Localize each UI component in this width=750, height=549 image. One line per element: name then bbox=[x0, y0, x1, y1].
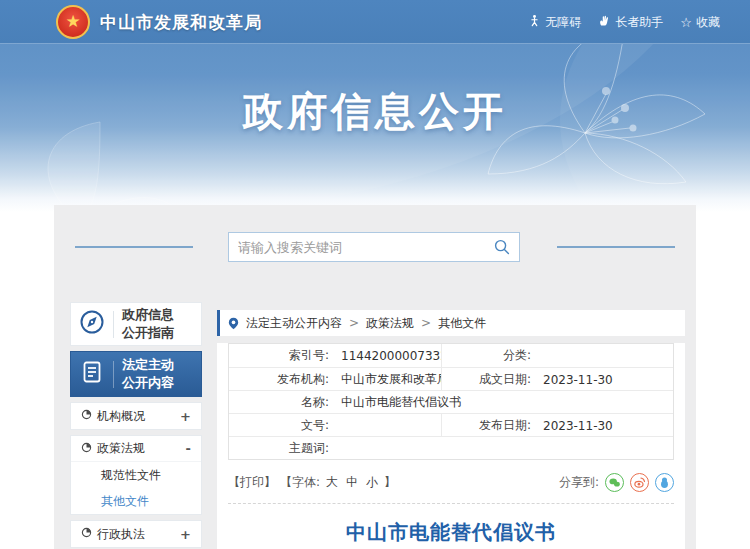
search-icon[interactable] bbox=[494, 239, 510, 255]
guide-label-line2: 公开指南 bbox=[122, 325, 174, 340]
expand-icon[interactable]: + bbox=[180, 409, 191, 424]
sidebar-item-organization[interactable]: 机构概况 + bbox=[71, 403, 201, 429]
font-size-large-button[interactable]: 大 bbox=[326, 474, 338, 491]
search-input[interactable] bbox=[238, 240, 494, 255]
elder-assist-label: 长者助手 bbox=[615, 14, 663, 31]
table-row: 索引号: 11442000007332657M/2023-00662 分类: bbox=[229, 344, 673, 367]
divider bbox=[113, 311, 114, 338]
bullet-icon bbox=[81, 442, 92, 456]
sidebar-item-policies[interactable]: 政策法规 - bbox=[71, 436, 201, 462]
national-emblem-icon: ★ bbox=[56, 5, 90, 39]
font-size-medium-button[interactable]: 中 bbox=[346, 474, 358, 491]
publisher-value: 中山市发展和改革局 bbox=[335, 371, 441, 388]
elder-assist-link[interactable]: 长者助手 bbox=[598, 14, 663, 31]
font-size-prefix: 【字体: bbox=[280, 474, 320, 491]
doc-number-label: 文号: bbox=[229, 417, 335, 434]
table-row: 名称: 中山市电能替代倡议书 bbox=[229, 390, 673, 413]
document-icon bbox=[79, 359, 105, 389]
sidebar-item-guide[interactable]: 政府信息 公开指南 bbox=[70, 302, 202, 346]
publisher-label: 发布机构: bbox=[229, 371, 335, 388]
name-label: 名称: bbox=[229, 394, 335, 411]
document-info-table: 索引号: 11442000007332657M/2023-00662 分类: 发… bbox=[228, 343, 674, 460]
sidebar-menu-organization: 机构概况 + bbox=[70, 402, 202, 430]
breadcrumb-item-statutory[interactable]: 法定主动公开内容 bbox=[246, 315, 342, 332]
category-label: 分类: bbox=[441, 344, 537, 367]
divider bbox=[113, 361, 114, 388]
keywords-label: 主题词: bbox=[229, 440, 335, 457]
breadcrumb-separator: > bbox=[421, 316, 431, 330]
compass-icon bbox=[79, 309, 105, 339]
sidebar-menu-enforcement: 行政执法 + bbox=[70, 520, 202, 548]
emblem-star: ★ bbox=[65, 13, 80, 30]
statutory-label-line1: 法定主动 bbox=[122, 357, 174, 372]
bullet-icon bbox=[81, 409, 92, 423]
search-decor-line-left bbox=[75, 246, 193, 248]
menu-label: 行政执法 bbox=[97, 526, 145, 543]
menu-label: 机构概况 bbox=[97, 408, 145, 425]
sidebar-guide-label: 政府信息 公开指南 bbox=[122, 306, 174, 341]
sidebar: 政府信息 公开指南 法定主动 公开内容 机构概况 + bbox=[70, 302, 202, 549]
article-title: 中山市电能替代倡议书 bbox=[228, 519, 674, 546]
name-value: 中山市电能替代倡议书 bbox=[335, 394, 673, 411]
table-row: 发布机构: 中山市发展和改革局 成文日期: 2023-11-30 bbox=[229, 367, 673, 390]
location-pin-icon bbox=[228, 317, 239, 330]
share-label: 分享到: bbox=[559, 474, 599, 491]
share-weibo-icon[interactable] bbox=[630, 473, 649, 492]
sidebar-subitem-other-documents[interactable]: 其他文件 bbox=[71, 488, 201, 514]
statutory-label-line2: 公开内容 bbox=[122, 375, 174, 390]
share-qq-icon[interactable] bbox=[655, 473, 674, 492]
font-size-suffix: 】 bbox=[384, 474, 396, 491]
sidebar-item-statutory-disclosure[interactable]: 法定主动 公开内容 bbox=[70, 351, 202, 397]
share-wechat-icon[interactable] bbox=[605, 473, 624, 492]
table-row: 主题词: bbox=[229, 436, 673, 459]
font-size-small-button[interactable]: 小 bbox=[366, 474, 378, 491]
dashed-divider bbox=[228, 503, 674, 504]
breadcrumb-accent-bar bbox=[217, 310, 220, 336]
favorite-label: 收藏 bbox=[696, 14, 720, 31]
bullet-icon bbox=[81, 527, 92, 541]
written-date-label: 成文日期: bbox=[441, 368, 537, 391]
sidebar-menu-policies: 政策法规 - 规范性文件 其他文件 bbox=[70, 435, 202, 515]
guide-label-line1: 政府信息 bbox=[122, 307, 174, 322]
publish-date-label: 发布日期: bbox=[441, 414, 537, 437]
search-decor-line-right bbox=[557, 246, 675, 248]
written-date-value: 2023-11-30 bbox=[537, 373, 673, 387]
favorite-link[interactable]: ☆ 收藏 bbox=[680, 14, 720, 31]
menu-label: 政策法规 bbox=[97, 440, 145, 457]
sidebar-statutory-label: 法定主动 公开内容 bbox=[122, 356, 174, 391]
breadcrumb: 法定主动公开内容 > 政策法规 > 其他文件 bbox=[217, 310, 685, 336]
article-toolbar: 【打印】 【字体: 大 中 小 】 分享到: bbox=[228, 473, 674, 492]
page-title: 政府信息公开 bbox=[0, 84, 750, 139]
accessibility-link[interactable]: 无障碍 bbox=[528, 14, 581, 31]
breadcrumb-item-policies[interactable]: 政策法规 bbox=[366, 315, 414, 332]
search-box bbox=[228, 232, 520, 262]
site-name: 中山市发展和改革局 bbox=[100, 11, 262, 34]
collapse-icon[interactable]: - bbox=[186, 441, 191, 456]
breadcrumb-item-current: 其他文件 bbox=[438, 315, 486, 332]
star-icon: ☆ bbox=[680, 16, 692, 29]
publish-date-value: 2023-11-30 bbox=[537, 419, 673, 433]
expand-icon[interactable]: + bbox=[180, 527, 191, 542]
accessibility-label: 无障碍 bbox=[545, 14, 581, 31]
sidebar-item-enforcement[interactable]: 行政执法 + bbox=[71, 521, 201, 547]
article-content-box: 索引号: 11442000007332657M/2023-00662 分类: 发… bbox=[217, 343, 685, 549]
helping-hand-icon bbox=[598, 14, 611, 30]
page: 政府信息公开 ★ 中山市发展和改革局 无障碍 长者助手 ☆ 收藏 bbox=[0, 0, 750, 549]
topbar: ★ 中山市发展和改革局 无障碍 长者助手 ☆ 收藏 bbox=[0, 0, 750, 44]
index-number-value: 11442000007332657M/2023-00662 bbox=[335, 349, 441, 363]
topbar-links: 无障碍 长者助手 ☆ 收藏 bbox=[528, 0, 720, 44]
table-row: 文号: 发布日期: 2023-11-30 bbox=[229, 413, 673, 436]
sidebar-subitem-normative-documents[interactable]: 规范性文件 bbox=[71, 462, 201, 488]
accessibility-icon bbox=[528, 14, 541, 30]
index-number-label: 索引号: bbox=[229, 347, 335, 364]
print-button[interactable]: 【打印】 bbox=[228, 474, 276, 491]
breadcrumb-separator: > bbox=[349, 316, 359, 330]
